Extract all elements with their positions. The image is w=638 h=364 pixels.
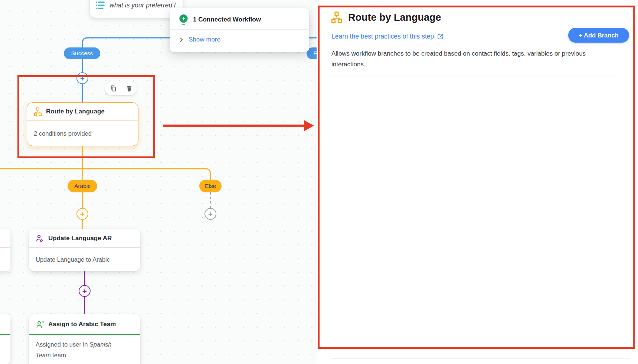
- add-step-plus-gray[interactable]: +: [205, 208, 216, 220]
- add-step-plus-purple[interactable]: +: [79, 285, 91, 297]
- annotation-arrow-line: [163, 125, 305, 127]
- panel-divider-bottom: [331, 358, 630, 359]
- add-branch-button[interactable]: + Add Branch: [568, 28, 629, 43]
- add-step-plus-yellow[interactable]: +: [76, 208, 88, 220]
- copy-node-icon[interactable]: [110, 85, 117, 92]
- annotation-arrow-head: [304, 120, 314, 131]
- show-more-button[interactable]: Show more: [179, 34, 220, 45]
- route-by-language-node[interactable]: Route by Language 2 conditions provided: [27, 102, 138, 146]
- question-node-text: what is your preferred l: [109, 1, 176, 9]
- step-description: Allows workflow branches to be created b…: [331, 49, 604, 70]
- route-node-summary: 2 conditions provided: [27, 121, 138, 146]
- node-mini-toolbar: [105, 81, 137, 96]
- show-more-label: Show more: [189, 36, 220, 43]
- step-config-panel: Route by Language Learn the best practic…: [317, 0, 638, 364]
- route-node-title: Route by Language: [46, 108, 105, 115]
- chevron-right-icon: [179, 37, 184, 43]
- arabic-branch-badge[interactable]: Arabic: [68, 180, 97, 192]
- assign-node-summary: Assigned to user in Spanish Team team: [29, 335, 132, 361]
- update-node-summary: Update Language to Arabic: [29, 248, 140, 271]
- else-branch-badge[interactable]: Else: [199, 180, 222, 192]
- lightbulb-icon: [179, 14, 189, 25]
- success-branch-badge[interactable]: Success: [64, 47, 100, 59]
- ask-question-node[interactable]: what is your preferred l: [90, 0, 183, 18]
- update-node-title: Update Language AR: [48, 235, 112, 242]
- offscreen-node-fragment: [0, 229, 10, 271]
- panel-divider: [325, 76, 631, 76]
- connected-workflow-title: 1 Connected Workflow: [193, 16, 261, 23]
- list-icon: [95, 0, 105, 10]
- best-practices-link[interactable]: Learn the best practices of this step: [331, 33, 444, 40]
- person-add-icon: [36, 320, 45, 329]
- branch-icon: [33, 107, 42, 116]
- update-language-node[interactable]: Update Language AR Update Language to Ar…: [29, 229, 140, 271]
- workflow-builder: what is your preferred l 1 Connected Wor…: [0, 0, 638, 364]
- assign-node-title: Assign to Arabic Team: [48, 321, 116, 328]
- external-link-icon: [437, 33, 444, 40]
- contact-edit-icon: [36, 234, 45, 243]
- connector-lines: [0, 0, 319, 364]
- assign-team-node[interactable]: Assign to Arabic Team Assigned to user i…: [29, 314, 140, 364]
- panel-title: Route by Language: [348, 12, 441, 23]
- popup-divider: [170, 29, 309, 30]
- add-step-plus-blue[interactable]: +: [76, 72, 88, 84]
- offscreen-node-fragment: [0, 314, 10, 364]
- branch-step-icon: [330, 11, 343, 24]
- delete-node-icon[interactable]: [126, 85, 132, 92]
- connected-workflow-popup: 1 Connected Workflow Show more: [170, 8, 309, 52]
